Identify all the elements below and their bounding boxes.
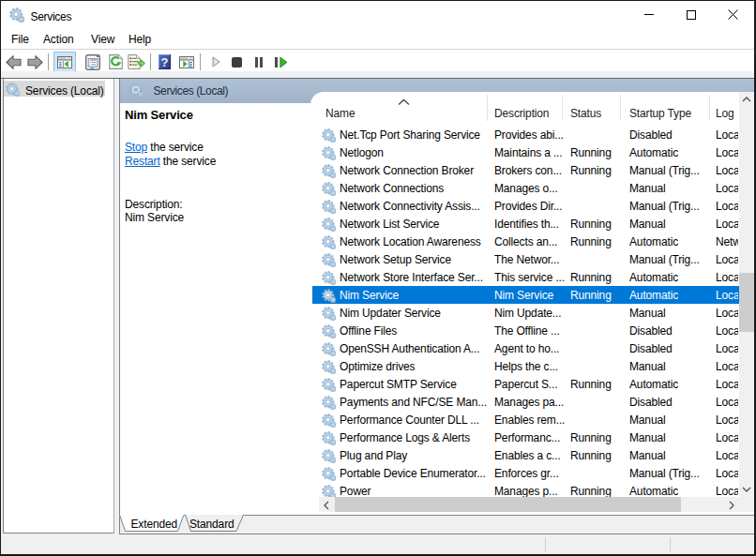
- svg-text:?: ?: [161, 55, 169, 69]
